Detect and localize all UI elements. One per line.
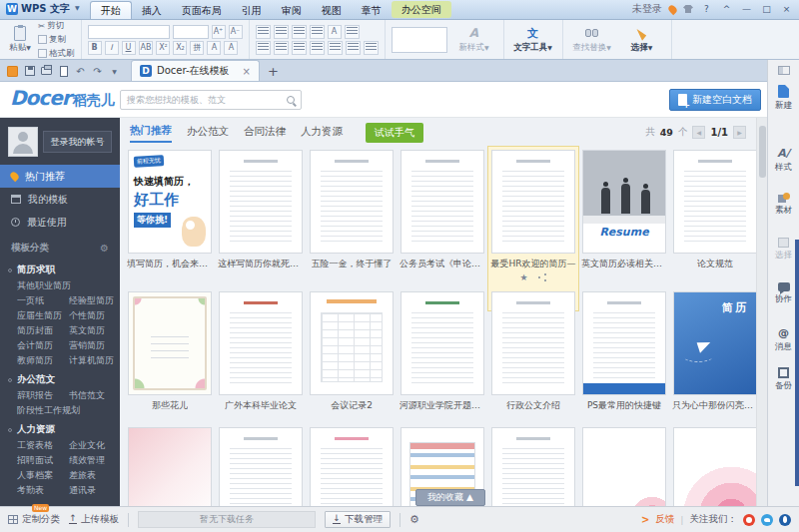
font-size-select[interactable] — [173, 25, 209, 39]
template-card[interactable]: 这样写简历你就死定了 — [219, 150, 303, 281]
menu-tab-insert[interactable]: 插入 — [132, 2, 172, 19]
sidebar-item-my-templates[interactable]: 我的模板 — [0, 188, 120, 211]
font-color-button[interactable]: A — [207, 41, 221, 55]
line-spacing-button[interactable] — [328, 41, 343, 55]
category-link[interactable]: 其他职业简历 — [17, 278, 120, 292]
underline-button[interactable]: U — [122, 41, 136, 55]
content-tab-hot[interactable]: 热门推荐 — [130, 124, 172, 143]
menu-tab-view[interactable]: 视图 — [312, 2, 352, 19]
template-card[interactable]: 公务员考试《申论》万 — [400, 150, 484, 281]
justify-button[interactable] — [310, 41, 325, 55]
content-tab-office[interactable]: 办公范文 — [187, 125, 229, 142]
align-right-button[interactable] — [292, 41, 307, 55]
next-page-button[interactable]: ▶ — [733, 126, 746, 139]
category-link[interactable]: 人事档案 — [17, 468, 69, 482]
template-card[interactable] — [128, 427, 212, 506]
category-link[interactable]: 绩效管理 — [69, 453, 120, 467]
login-button[interactable]: 登录我的帐号 — [43, 131, 112, 153]
qq-icon[interactable] — [779, 514, 791, 526]
content-tab-hr[interactable]: 人力资源 — [301, 125, 343, 142]
category-link[interactable]: 会计简历 — [17, 338, 69, 352]
shrink-font-button[interactable]: A⁻ — [229, 25, 243, 39]
category-link[interactable]: 工资表格 — [17, 438, 69, 452]
app-menu-dropdown-icon[interactable]: ▼ — [75, 4, 80, 11]
help-icon[interactable]: ? — [700, 3, 713, 15]
wps-home-button[interactable] — [4, 62, 21, 80]
template-card[interactable]: 前程无忧 快速填简历， 好工作 等你挑! 填写简历，机会来敲门 — [128, 150, 212, 281]
category-link[interactable]: 个性简历 — [69, 308, 120, 322]
template-card[interactable] — [219, 427, 303, 506]
format-painter-button[interactable]: 格式刷 — [38, 48, 75, 60]
category-link[interactable]: 一页纸 — [17, 293, 69, 307]
template-card[interactable]: 广外本科毕业论文 — [219, 291, 303, 412]
new-blank-doc-button[interactable]: 新建空白文档 — [669, 89, 761, 111]
new-tab-button[interactable]: + — [268, 64, 279, 79]
template-card[interactable]: PS最常用的快捷键 — [582, 291, 666, 412]
find-replace-button[interactable]: 查找替换▼ — [569, 25, 615, 54]
increase-indent-button[interactable] — [310, 25, 325, 39]
align-left-button[interactable] — [256, 41, 271, 55]
tencent-weibo-icon[interactable] — [761, 514, 773, 526]
menu-tab-review[interactable]: 审阅 — [272, 2, 312, 19]
category-settings-gear-icon[interactable]: ⚙ — [100, 243, 109, 254]
shading-button[interactable] — [346, 41, 361, 55]
category-link[interactable]: 教师简历 — [17, 353, 69, 367]
pinyin-guide-button[interactable]: 拼 — [190, 41, 204, 55]
tab-close-icon[interactable]: × — [243, 66, 251, 77]
close-icon[interactable]: × — [780, 3, 793, 15]
template-card[interactable]: Resume 英文简历必读相关语句 — [582, 150, 666, 281]
login-status[interactable]: 未登录 — [632, 2, 662, 16]
new-style-button[interactable]: A 新样式▼ — [451, 25, 497, 54]
select-button[interactable]: 选择▼ — [619, 25, 665, 54]
border-button[interactable] — [364, 41, 379, 55]
category-link[interactable]: 计算机简历 — [69, 353, 120, 367]
italic-button[interactable]: I — [105, 41, 119, 55]
sort-button[interactable] — [345, 25, 360, 39]
menu-tab-section[interactable]: 章节 — [352, 2, 392, 19]
style-gallery[interactable] — [392, 27, 447, 53]
template-card-highlighted[interactable]: 最受HR欢迎的简历— ★ — [491, 150, 575, 281]
superscript-button[interactable]: X² — [156, 41, 170, 55]
template-card[interactable]: 河源职业学院开题报告 — [400, 291, 484, 412]
category-office-docs[interactable]: 办公范文 — [0, 367, 120, 388]
menu-tab-office-space[interactable]: 办公空间 — [392, 1, 451, 18]
content-scrollbar[interactable] — [756, 118, 767, 506]
redo-button[interactable]: ↷ — [89, 62, 106, 80]
category-link[interactable]: 差旅表 — [69, 468, 120, 482]
promo-flame-icon[interactable] — [667, 3, 678, 14]
category-link[interactable]: 营销简历 — [69, 338, 120, 352]
minimize-icon[interactable]: — — [740, 3, 753, 15]
category-link[interactable]: 应届生简历 — [17, 308, 69, 322]
template-card[interactable] — [582, 427, 666, 506]
upload-template-button[interactable]: ↑ 上传模板 — [69, 513, 119, 526]
category-link[interactable]: 企业文化 — [69, 438, 120, 452]
share-icon[interactable] — [538, 276, 540, 278]
copy-button[interactable]: 复制 — [38, 34, 75, 46]
feedback-link[interactable]: 反馈 — [655, 513, 674, 526]
strikethrough-button[interactable]: AB — [139, 41, 154, 55]
search-input[interactable]: 搜索您想找的模板、范文 — [120, 90, 302, 110]
window-scrollbar-thumb[interactable] — [795, 240, 799, 486]
menu-tab-references[interactable]: 引用 — [232, 2, 272, 19]
grow-font-button[interactable]: A⁺ — [212, 25, 226, 39]
quickbar-dropdown-icon[interactable]: ▼ — [106, 62, 123, 80]
bold-button[interactable]: B — [88, 41, 102, 55]
undo-button[interactable]: ↶ — [72, 62, 89, 80]
star-icon[interactable]: ★ — [519, 273, 527, 281]
settings-gear-icon[interactable]: ⚙ — [409, 513, 419, 526]
sidebar-item-hot[interactable]: 热门推荐 — [0, 165, 120, 188]
scrollbar-thumb[interactable] — [759, 126, 766, 178]
category-link[interactable]: 通讯录 — [69, 483, 120, 497]
char-shading-button[interactable]: A — [224, 41, 238, 55]
print-button[interactable] — [38, 62, 55, 80]
font-name-select[interactable] — [88, 25, 170, 39]
custom-category-button[interactable]: New 定制分类 — [8, 513, 60, 526]
rightbar-new-button[interactable]: 新建 — [768, 85, 799, 112]
sidebar-item-recent[interactable]: 最近使用 — [0, 211, 120, 234]
prev-page-button[interactable]: ◀ — [692, 126, 705, 139]
paste-button[interactable]: 粘贴▼ — [6, 26, 34, 54]
content-tab-legal[interactable]: 合同法律 — [244, 125, 286, 142]
category-link[interactable]: 书信范文 — [69, 388, 120, 402]
align-center-button[interactable] — [274, 41, 289, 55]
new-document-button[interactable] — [55, 62, 72, 80]
